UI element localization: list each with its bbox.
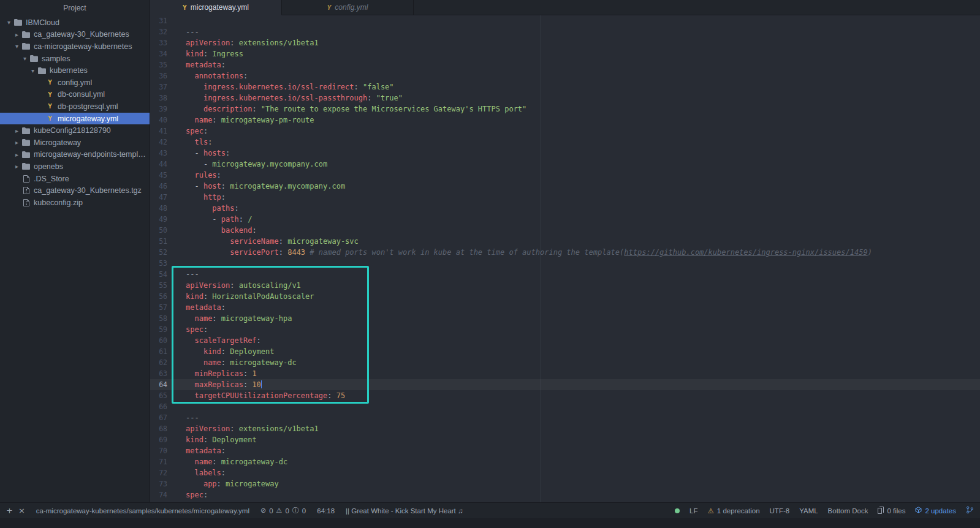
code-line-33[interactable]: 33apiVersion: extensions/v1beta1 bbox=[150, 37, 980, 48]
line-number[interactable]: 65 bbox=[150, 390, 178, 401]
line-number[interactable]: 60 bbox=[150, 335, 178, 346]
line-number[interactable]: 55 bbox=[150, 280, 178, 291]
code-line-38[interactable]: 38 ingress.kubernetes.io/ssl-passthrough… bbox=[150, 92, 980, 104]
tab-microgateway.yml[interactable]: Ymicrogateway.yml bbox=[150, 0, 282, 15]
line-number[interactable]: 45 bbox=[150, 170, 178, 181]
tree-item-kubernetes[interactable]: ▾kubernetes bbox=[0, 64, 150, 77]
code-line-36[interactable]: 36 annotations: bbox=[150, 70, 980, 81]
code-line-46[interactable]: 46 - host: microgateway.mycompany.com bbox=[150, 181, 980, 192]
code-line-43[interactable]: 43 - hosts: bbox=[150, 148, 980, 159]
line-number[interactable]: 64 bbox=[150, 379, 178, 390]
encoding-selector[interactable]: UTF-8 bbox=[770, 507, 790, 515]
code-line-35[interactable]: 35metadata: bbox=[150, 59, 980, 70]
line-number[interactable]: 34 bbox=[150, 48, 178, 59]
chevron-right-icon[interactable]: ▸ bbox=[13, 127, 21, 134]
package-updates[interactable]: 2 updates bbox=[915, 507, 956, 515]
line-number[interactable]: 66 bbox=[150, 401, 178, 412]
code-line-45[interactable]: 45 rules: bbox=[150, 170, 980, 181]
code-line-70[interactable]: 70metadata: bbox=[150, 445, 980, 456]
tree-item-db-postgresql.yml[interactable]: Ydb-postgresql.yml bbox=[0, 100, 150, 113]
line-number[interactable]: 63 bbox=[150, 368, 178, 379]
chevron-down-icon[interactable]: ▾ bbox=[21, 55, 29, 62]
code-line-31[interactable]: 31 bbox=[150, 15, 980, 26]
code-line-66[interactable]: 66 bbox=[150, 401, 980, 412]
line-number[interactable]: 40 bbox=[150, 115, 178, 126]
line-number[interactable]: 33 bbox=[150, 37, 178, 48]
line-number[interactable]: 62 bbox=[150, 357, 178, 368]
chevron-down-icon[interactable]: ▾ bbox=[29, 67, 37, 74]
code-line-32[interactable]: 32--- bbox=[150, 26, 980, 37]
line-number[interactable]: 43 bbox=[150, 148, 178, 159]
files-count[interactable]: 0 files bbox=[878, 507, 905, 515]
code-line-73[interactable]: 73 app: microgateway bbox=[150, 478, 980, 489]
code-line-64[interactable]: 64 maxReplicas: 10 bbox=[150, 379, 980, 390]
line-number[interactable]: 71 bbox=[150, 456, 178, 467]
code-line-72[interactable]: 72 labels: bbox=[150, 467, 980, 478]
line-number[interactable]: 47 bbox=[150, 192, 178, 203]
tree-item-ca_gateway-30_Kubernetes.tgz[interactable]: ca_gateway-30_Kubernetes.tgz bbox=[0, 184, 150, 197]
line-number[interactable]: 67 bbox=[150, 412, 178, 423]
tree-item-config.yml[interactable]: Yconfig.yml bbox=[0, 77, 150, 89]
line-number[interactable]: 37 bbox=[150, 81, 178, 92]
code-line-40[interactable]: 40 name: microgateway-pm-route bbox=[150, 115, 980, 126]
tree-item-samples[interactable]: ▾samples bbox=[0, 53, 150, 65]
add-icon[interactable]: + bbox=[6, 506, 13, 515]
line-number[interactable]: 32 bbox=[150, 26, 178, 37]
code-line-39[interactable]: 39 description: "The route to expose the… bbox=[150, 104, 980, 115]
code-line-63[interactable]: 63 minReplicas: 1 bbox=[150, 368, 980, 379]
code-line-65[interactable]: 65 targetCPUUtilizationPercentage: 75 bbox=[150, 390, 980, 401]
line-number[interactable]: 61 bbox=[150, 346, 178, 357]
git-branch-icon[interactable] bbox=[966, 506, 974, 515]
line-number[interactable]: 36 bbox=[150, 70, 178, 81]
code-line-34[interactable]: 34kind: Ingress bbox=[150, 48, 980, 59]
line-number[interactable]: 46 bbox=[150, 181, 178, 192]
code-line-74[interactable]: 74spec: bbox=[150, 489, 980, 500]
deprecation-cop[interactable]: ⚠ 1 deprecation bbox=[708, 507, 760, 515]
line-number[interactable]: 35 bbox=[150, 59, 178, 70]
chevron-down-icon[interactable]: ▾ bbox=[5, 19, 13, 26]
line-ending-selector[interactable]: LF bbox=[689, 507, 697, 515]
line-number[interactable]: 68 bbox=[150, 423, 178, 434]
tree-item-kubeConfig218128790[interactable]: ▸kubeConfig218128790 bbox=[0, 124, 150, 137]
code-line-69[interactable]: 69kind: Deployment bbox=[150, 434, 980, 445]
code-line-42[interactable]: 42 tls: bbox=[150, 137, 980, 148]
tree-item-openebs[interactable]: ▸openebs bbox=[0, 160, 150, 173]
code-line-57[interactable]: 57metadata: bbox=[150, 302, 980, 313]
code-line-61[interactable]: 61 kind: Deployment bbox=[150, 346, 980, 357]
tree-item-ca-microgateway-kubernetes[interactable]: ▾ca-microgateway-kubernetes bbox=[0, 40, 150, 53]
line-number[interactable]: 44 bbox=[150, 159, 178, 170]
line-number[interactable]: 49 bbox=[150, 214, 178, 225]
bottom-dock-toggle[interactable]: Bottom Dock bbox=[828, 507, 868, 515]
line-number[interactable]: 74 bbox=[150, 489, 178, 500]
line-number[interactable]: 39 bbox=[150, 104, 178, 115]
code-line-58[interactable]: 58 name: microgateway-hpa bbox=[150, 313, 980, 324]
chevron-right-icon[interactable]: ▸ bbox=[13, 139, 21, 146]
cursor-position[interactable]: 64:18 bbox=[317, 507, 335, 515]
code-line-71[interactable]: 71 name: microgateway-dc bbox=[150, 456, 980, 467]
code-line-53[interactable]: 53 bbox=[150, 258, 980, 269]
line-number[interactable]: 52 bbox=[150, 247, 178, 258]
code-line-56[interactable]: 56kind: HorizontalPodAutoscaler bbox=[150, 291, 980, 302]
tree-item-Microgateway[interactable]: ▸Microgateway bbox=[0, 137, 150, 149]
code-line-62[interactable]: 62 name: microgateway-dc bbox=[150, 357, 980, 368]
line-number[interactable]: 51 bbox=[150, 236, 178, 247]
chevron-down-icon[interactable]: ▾ bbox=[13, 43, 21, 50]
code-line-44[interactable]: 44 - microgateway.mycompany.com bbox=[150, 159, 980, 170]
line-number[interactable]: 42 bbox=[150, 137, 178, 148]
line-number[interactable]: 70 bbox=[150, 445, 178, 456]
chevron-right-icon[interactable]: ▸ bbox=[13, 31, 21, 38]
now-playing[interactable]: || Great White - Kick Start My Heart ♫ bbox=[346, 507, 463, 515]
line-number[interactable]: 59 bbox=[150, 324, 178, 335]
chevron-right-icon[interactable]: ▸ bbox=[13, 163, 21, 170]
diagnostics-summary[interactable]: ⊘0 ⚠0 ⓘ0 bbox=[260, 506, 306, 515]
code-line-68[interactable]: 68apiVersion: extensions/v1beta1 bbox=[150, 423, 980, 434]
tab-config.yml[interactable]: Yconfig.yml bbox=[282, 0, 414, 15]
code-line-41[interactable]: 41spec: bbox=[150, 126, 980, 137]
code-line-60[interactable]: 60 scaleTargetRef: bbox=[150, 335, 980, 346]
grammar-selector[interactable]: YAML bbox=[799, 507, 818, 515]
code-line-49[interactable]: 49 - path: / bbox=[150, 214, 980, 225]
tree-item-microgateway.yml[interactable]: Ymicrogateway.yml bbox=[0, 113, 150, 125]
line-number[interactable]: 53 bbox=[150, 258, 178, 269]
line-number[interactable]: 50 bbox=[150, 225, 178, 236]
code-line-67[interactable]: 67--- bbox=[150, 412, 980, 423]
